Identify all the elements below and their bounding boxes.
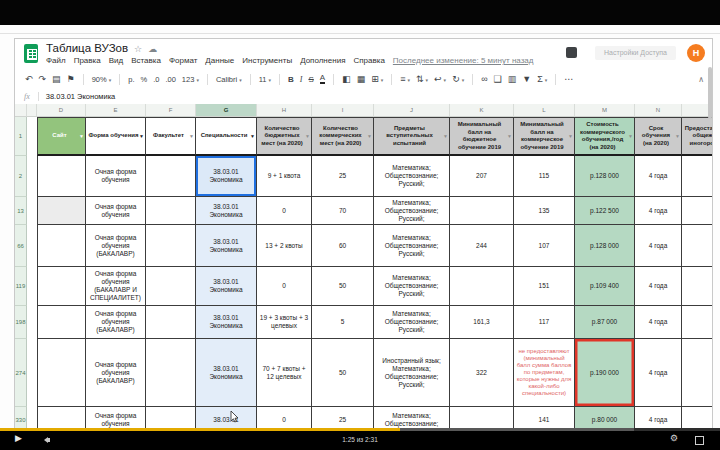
cell-J66[interactable]: Математика; Обществознание; Русский; [374,225,450,267]
text-rotation-icon[interactable]: ↻▾ [452,75,464,84]
cell-D330[interactable] [37,407,86,429]
text-wrap-icon[interactable]: ↩▾ [434,75,446,84]
column-header-G[interactable]: Специальности▼ [196,117,257,156]
cell-E13[interactable]: Очная форма обучения [86,197,146,225]
column-header-K[interactable]: Минимальный балл на бюджетное обучение 2… [450,117,514,156]
cell-F330[interactable] [146,407,196,429]
cell-F66[interactable] [146,225,196,267]
cell-L119[interactable]: 151 [514,267,575,306]
cell-F119[interactable] [146,267,196,306]
vertical-scrollbar[interactable] [708,67,712,119]
bold-button[interactable]: B [288,75,294,84]
cell-I66[interactable]: 60 [312,225,374,267]
italic-button[interactable]: I [300,75,303,84]
column-letter-D[interactable]: D [37,104,86,117]
font-select[interactable]: Calibri▾ [216,75,242,84]
cell-G330[interactable]: 38.03.01 [196,407,257,429]
format-percent[interactable]: % [140,75,147,84]
cell-D13[interactable] [37,197,86,225]
collapse-toolbar-icon[interactable]: ∧ [698,75,704,84]
cell-K330[interactable] [450,407,514,429]
cell-H119[interactable]: 0 [257,267,312,306]
filter-funnel-icon[interactable]: ▼ [79,134,84,139]
play-icon[interactable]: ▶ [15,434,22,443]
cell-E66[interactable]: Очная форма обучения (БАКАЛАВР) [86,225,146,267]
cell-F13[interactable] [146,197,196,225]
cell-N2[interactable]: 4 года [635,156,682,197]
cell-I274[interactable]: 50 [312,339,374,407]
row-number-330[interactable]: 330 [15,407,27,429]
row-number-198[interactable]: 198 [15,306,27,339]
redo-icon[interactable]: ↷ [39,75,47,84]
decrease-decimal[interactable]: .0 [153,75,159,84]
cell-O13[interactable] [682,197,712,225]
avatar[interactable]: Н [687,44,705,62]
cell-O119[interactable] [682,267,712,306]
cell-J119[interactable]: Математика; Обществознание; Русский; [374,267,450,306]
cell-M330[interactable]: р.80 000 [575,407,635,429]
formula-bar-value[interactable]: 38.03.01 Экономика [46,92,115,101]
menu-item-7[interactable]: Инструменты [242,56,292,68]
row-number-1[interactable]: 1 [15,117,27,156]
increase-decimal[interactable]: .00 [165,75,175,84]
fill-color-icon[interactable]: ◧ [342,75,351,84]
cell-J2[interactable]: Математика; Обществознание; Русский; [374,156,450,197]
row-number-13[interactable]: 13 [15,197,27,225]
column-letter-G[interactable]: G [196,104,257,117]
column-letter-H[interactable]: H [257,104,312,117]
more-icon[interactable]: ⋯ [564,75,573,84]
menu-item-1[interactable]: Файл [46,56,66,68]
filter-funnel-icon[interactable]: ▼ [305,134,310,139]
cell-J13[interactable]: Математика; Обществознание; Русский; [374,197,450,225]
progress-track[interactable] [0,428,720,431]
menu-item-8[interactable]: Дополнения [300,56,345,68]
column-header-J[interactable]: Предметы вступительных испытаний▼ [374,117,450,156]
cell-L198[interactable]: 117 [514,306,575,339]
cell-I13[interactable]: 70 [312,197,374,225]
column-header-H[interactable]: Количество бюджетных мест (на 2020)▼ [257,117,312,156]
cell-G119[interactable]: 38.03.01 Экономика [196,267,257,306]
cell-N13[interactable]: 4 года [635,197,682,225]
column-letter-J[interactable]: J [374,104,450,117]
cell-N330[interactable]: 4 года [635,407,682,429]
document-title[interactable]: Таблица ВУЗов [46,42,128,54]
horizontal-align-icon[interactable]: ≡▾ [400,75,410,84]
cell-L66[interactable]: 107 [514,225,575,267]
comment-history-icon[interactable] [566,47,577,58]
cell-G274[interactable]: 38.03.01 Экономика [196,339,257,407]
column-letter-M[interactable]: M [575,104,635,117]
cell-I2[interactable]: 25 [312,156,374,197]
cell-M274[interactable]: р.190 000 [575,339,635,407]
cell-O66[interactable] [682,225,712,267]
column-header-N[interactable]: Срок обучения (на 2020)▼ [635,117,682,156]
cell-J198[interactable]: Математика; Обществознание; Русский; [374,306,450,339]
cell-F198[interactable] [146,306,196,339]
cell-E330[interactable]: Очная форма обучения [86,407,146,429]
row-number-274[interactable]: 274 [15,339,27,407]
cell-E274[interactable]: Очная форма обучения (БАКАЛАВР) [86,339,146,407]
more-formats[interactable]: 123▾ [182,75,199,84]
cell-L330[interactable]: 141 [514,407,575,429]
cell-H198[interactable]: 19 + 3 квоты + 3 целевых [257,306,312,339]
filter-funnel-icon[interactable]: ▼ [367,134,372,139]
sheets-logo-icon[interactable] [24,44,38,63]
filter-funnel-icon[interactable]: ▼ [250,134,255,139]
column-letter-I[interactable]: I [312,104,374,117]
filter-funnel-icon[interactable]: ▼ [139,134,144,139]
undo-icon[interactable]: ↶ [25,75,33,84]
cell-M66[interactable]: р.128 000 [575,225,635,267]
font-size-select[interactable]: 11▾ [259,75,271,84]
column-header-O[interactable]: Предоставление общежития иногородним▼ [682,117,712,156]
cell-M2[interactable]: р.128 000 [575,156,635,197]
cell-H13[interactable]: 0 [257,197,312,225]
cell-H66[interactable]: 13 + 2 квоты [257,225,312,267]
cell-D274[interactable] [37,339,86,407]
column-letter-F[interactable]: F [146,104,196,117]
cell-N119[interactable]: 4 года [635,267,682,306]
cell-I119[interactable]: 50 [312,267,374,306]
column-header-E[interactable]: Форма обучения▼ [86,117,146,156]
cell-L2[interactable]: 115 [514,156,575,197]
row-number-119[interactable]: 119 [15,267,27,306]
format-currency[interactable]: р. [128,75,134,84]
cell-K274[interactable]: 322 [450,339,514,407]
